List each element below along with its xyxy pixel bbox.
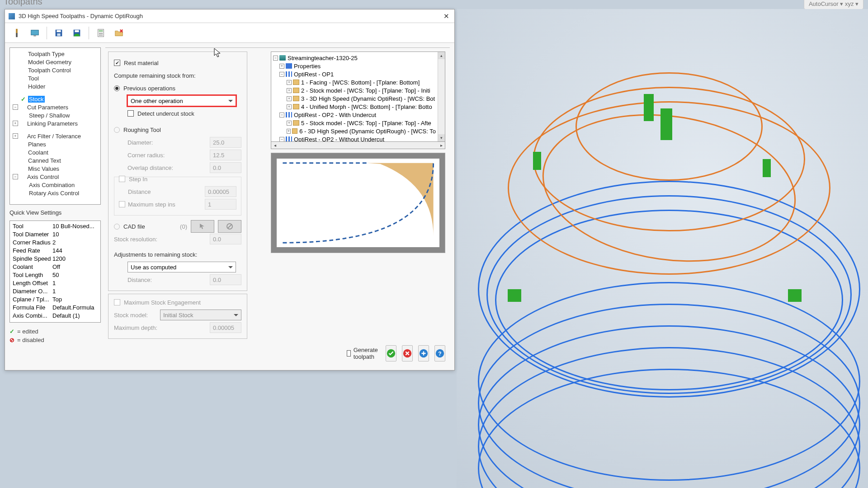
svg-point-13 [102,33,103,34]
dialog-toolbar [5,23,454,43]
svg-point-16 [102,34,103,35]
tree-arc-filter[interactable]: +Arc Filter / Tolerance [13,132,98,140]
collapse-icon[interactable]: − [13,104,18,110]
toolpath-dialog: 3D High Speed Toolpaths - Dynamic OptiRo… [5,9,455,371]
svg-rect-5 [57,30,61,32]
tree-model-geometry[interactable]: Model Geometry [13,58,98,66]
tree-toolpath-type[interactable]: Toolpath Type [13,50,98,58]
svg-rect-8 [75,30,79,32]
check-icon: ✓ [9,328,14,335]
stock-preview [271,153,445,253]
titlebar[interactable]: 3D High Speed Toolpaths - Dynamic OptiRo… [5,9,454,23]
cad-file-radio[interactable] [114,224,120,230]
tree-linking-parameters[interactable]: +Linking Parameters [13,119,98,127]
dialog-icon [9,13,15,19]
stock-page: Rest material Compute remaining stock fr… [105,47,450,366]
tree-coolant[interactable]: Coolant [13,148,98,156]
tree-cut-parameters[interactable]: −Cut Parameters [13,103,98,111]
svg-rect-6 [57,33,60,36]
close-button[interactable]: ✕ [442,12,451,21]
stepin-checkbox [119,176,125,182]
check-icon: ✓ [21,96,26,103]
svg-point-11 [99,33,100,34]
tool-icon[interactable] [9,26,24,40]
svg-text:?: ? [438,351,441,357]
svg-rect-0 [16,28,18,33]
graphics-viewport[interactable] [457,9,868,488]
expand-icon[interactable]: + [13,121,18,126]
dialog-footer: Generate toolpath ? [223,344,445,363]
detect-undercut-checkbox[interactable] [127,110,134,117]
max-step-ins-input: 1 [205,199,236,210]
rest-material-checkbox[interactable] [114,60,120,66]
stepin-distance-input: 0.00005 [205,186,236,197]
folder-x-icon[interactable] [112,26,126,40]
adjustments-select[interactable]: Use as computed [127,262,236,272]
tree-steep-shallow[interactable]: Steep / Shallow [13,111,98,119]
scroll-up-icon[interactable]: ▴ [438,52,445,59]
ops-hscroll[interactable]: ◂▸ [271,142,445,149]
calculator-icon[interactable] [94,26,108,40]
overlap-input: 0.0 [210,162,241,173]
param-tree[interactable]: Toolpath Type Model Geometry Toolpath Co… [9,47,101,205]
tree-misc-values[interactable]: Misc Values [13,164,98,173]
diameter-input: 25.0 [210,137,241,148]
max-engage-checkbox [114,299,120,305]
save-icon[interactable] [52,26,66,40]
save-green-icon[interactable] [70,26,84,40]
autocursor-toolbar[interactable]: AutoCursor ▾ xyz ▾ [804,0,863,9]
tree-planes[interactable]: Planes [13,140,98,148]
rest-material-label: Rest material [124,60,159,66]
svg-point-12 [100,33,101,34]
scroll-right-icon[interactable]: ▸ [438,143,445,148]
stock-resolution-input: 0.0 [210,234,241,244]
svg-point-14 [99,34,100,35]
disabled-icon: ⊘ [9,337,14,343]
adjust-distance-input: 0.0 [210,274,241,285]
collapse-icon[interactable]: − [13,174,18,179]
expand-icon[interactable]: + [13,133,18,139]
svg-rect-1 [16,33,18,37]
svg-rect-3 [33,35,36,36]
quickview-title: Quick View Settings [9,208,101,217]
page-fragment-title: Toolpaths [4,0,42,7]
apply-button[interactable] [418,345,429,361]
cad-clear-button[interactable] [218,220,241,233]
tree-holder[interactable]: Holder [13,82,98,90]
scroll-left-icon[interactable]: ◂ [271,143,278,148]
tree-toolpath-control[interactable]: Toolpath Control [13,66,98,74]
scroll-down-icon[interactable]: ▾ [438,134,445,141]
previous-ops-radio[interactable] [114,85,120,91]
corner-radius-input: 12.5 [210,150,241,160]
generate-toolpath-checkbox[interactable] [347,350,351,357]
tree-stock[interactable]: ✓Stock [13,95,98,103]
tree-rotary-axis[interactable]: Rotary Axis Control [13,189,98,197]
toolpath-wireframe [457,72,868,434]
quickview-panel: Tool10 Bull-Nosed... Tool Diameter10 Cor… [9,221,101,323]
dialog-title: 3D High Speed Toolpaths - Dynamic OptiRo… [19,13,442,19]
svg-rect-2 [31,30,39,35]
tree-axis-control[interactable]: −Axis Control [13,173,98,181]
prev-ops-select[interactable]: One other operation [127,95,236,106]
stock-model-select: Initial Stock [160,310,241,320]
operations-tree[interactable]: −Streamingteacher-1320-25 +Properties −O… [271,52,445,142]
svg-point-15 [100,34,101,35]
cursor-icon [214,48,221,59]
tree-canned-text[interactable]: Canned Text [13,156,98,164]
compute-from-label: Compute remaining stock from: [114,72,196,79]
ok-button[interactable] [386,345,396,361]
tree-tool[interactable]: Tool [13,74,98,82]
screen-icon[interactable] [28,26,42,40]
legend: ✓= edited ⊘= disabled [9,326,101,343]
svg-line-18 [228,225,231,228]
roughing-tool-radio[interactable] [114,127,120,133]
max-step-ins-checkbox [119,201,125,207]
help-button[interactable]: ? [434,345,445,361]
cad-select-button[interactable] [191,220,214,233]
tree-axis-combination[interactable]: Axis Combination [13,181,98,189]
max-depth-input: 0.00005 [210,322,241,333]
ops-vscroll[interactable]: ▴▾ [438,52,445,141]
cancel-button[interactable] [402,345,413,361]
svg-rect-10 [99,30,103,32]
